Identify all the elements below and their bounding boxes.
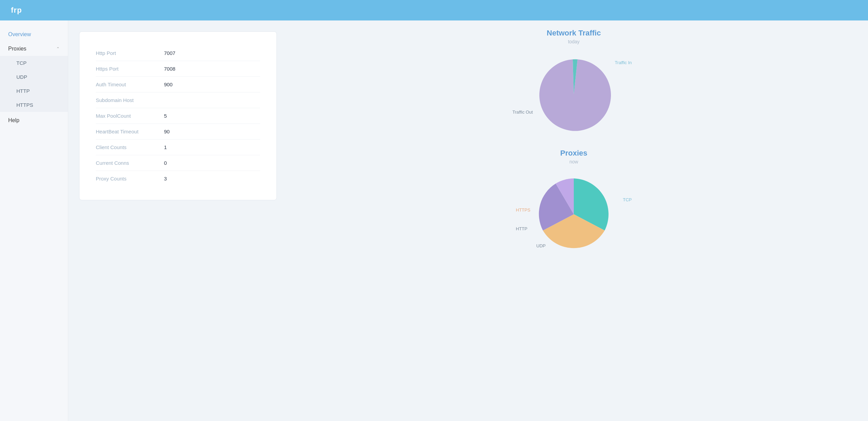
proxies-svg: [536, 177, 611, 252]
info-label: Proxy Counts: [96, 176, 164, 182]
app-body: Overview Proxies ⌃ TCP UDP HTTP HTTPS He…: [0, 20, 868, 421]
sidebar: Overview Proxies ⌃ TCP UDP HTTP HTTPS He…: [0, 20, 68, 421]
info-value: 90: [164, 129, 170, 134]
info-label: Auth Timeout: [96, 82, 164, 87]
info-value: 3: [164, 176, 167, 182]
network-traffic-title: Network Traffic: [547, 29, 601, 38]
info-row: Max PoolCount 5: [96, 108, 260, 124]
info-row: Subdomain Host: [96, 92, 260, 108]
info-row: Https Port 7008: [96, 61, 260, 77]
main-content: Http Port 7007 Https Port 7008 Auth Time…: [68, 20, 868, 421]
sidebar-item-overview[interactable]: Overview: [0, 27, 68, 42]
info-value: 900: [164, 82, 173, 87]
info-row: Auth Timeout 900: [96, 77, 260, 92]
network-traffic-section: Network Traffic today Traffic In: [509, 29, 639, 139]
proxies-chart-section: Proxies now: [509, 149, 639, 259]
proxies-chart: TCP HTTPS HTTP UDP: [509, 170, 639, 259]
udp-label: UDP: [536, 243, 545, 248]
sidebar-section-proxies[interactable]: Proxies ⌃: [0, 42, 68, 56]
info-row: Proxy Counts 3: [96, 171, 260, 186]
info-row: HeartBeat Timeout 90: [96, 124, 260, 140]
proxies-chart-subtitle: now: [569, 159, 578, 164]
sidebar-item-tcp[interactable]: TCP: [0, 56, 68, 70]
https-label: HTTPS: [516, 207, 530, 213]
network-traffic-svg: [536, 57, 611, 132]
sidebar-item-http[interactable]: HTTP: [0, 84, 68, 98]
info-label: Max PoolCount: [96, 113, 164, 119]
sidebar-item-help[interactable]: Help: [0, 113, 68, 128]
sidebar-sub-items-proxies: TCP UDP HTTP HTTPS: [0, 56, 68, 112]
tcp-label: TCP: [623, 197, 632, 202]
traffic-in-label: Traffic In: [615, 60, 632, 65]
info-value: 7008: [164, 66, 175, 72]
info-label: Subdomain Host: [96, 97, 164, 103]
sidebar-item-https[interactable]: HTTPS: [0, 98, 68, 112]
proxies-chart-title: Proxies: [560, 149, 587, 158]
sidebar-item-udp[interactable]: UDP: [0, 70, 68, 84]
chevron-up-icon: ⌃: [56, 46, 60, 51]
app-header: frp: [0, 0, 868, 20]
network-traffic-subtitle: today: [568, 39, 580, 44]
info-label: Current Conns: [96, 160, 164, 166]
app-title: frp: [11, 6, 22, 15]
network-traffic-chart: Traffic In Traffic Out: [509, 50, 639, 139]
info-label: Https Port: [96, 66, 164, 72]
http-label: HTTP: [516, 226, 527, 231]
info-value: 5: [164, 113, 167, 119]
info-label: HeartBeat Timeout: [96, 129, 164, 134]
charts-area: Network Traffic today Traffic In: [290, 29, 857, 413]
info-value: 7007: [164, 50, 175, 56]
traffic-out-label: Traffic Out: [512, 110, 533, 115]
info-row: Current Conns 0: [96, 155, 260, 171]
info-card: Http Port 7007 Https Port 7008 Auth Time…: [79, 31, 277, 200]
info-value: 1: [164, 144, 167, 150]
info-value: 0: [164, 160, 167, 166]
info-row: Client Counts 1: [96, 140, 260, 155]
info-row: Http Port 7007: [96, 45, 260, 61]
info-label: Http Port: [96, 50, 164, 56]
info-label: Client Counts: [96, 144, 164, 150]
